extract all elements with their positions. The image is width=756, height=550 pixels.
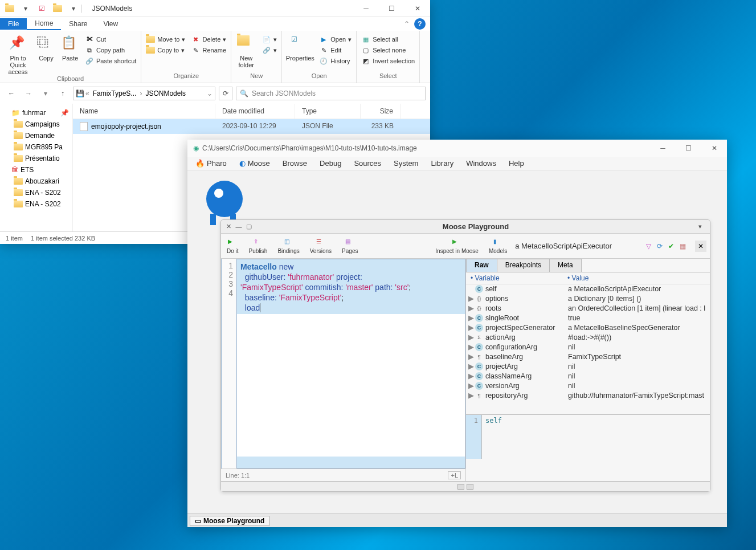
variable-row[interactable]: ▶{}optionsa Dictionary [0 items] () <box>466 294 710 303</box>
menu-moose[interactable]: ◐Moose <box>239 159 270 168</box>
maximize-button[interactable]: ☐ <box>379 0 404 17</box>
taskbar-item[interactable]: ▭ Moose Playground <box>190 516 269 526</box>
nav-back-button[interactable]: ← <box>5 87 18 100</box>
tab-raw[interactable]: Raw <box>466 259 497 272</box>
refresh-button[interactable]: ⟳ <box>219 87 232 100</box>
funnel-icon[interactable]: ▽ <box>646 242 651 250</box>
ph-maximize-button[interactable]: ☐ <box>676 140 701 157</box>
menu-debug[interactable]: Debug <box>320 159 341 168</box>
pg-max-icon[interactable]: ▢ <box>245 223 253 231</box>
col-type[interactable]: Type <box>295 104 361 119</box>
properties-button[interactable]: ☑ Properties <box>284 33 316 62</box>
menu-browse[interactable]: Browse <box>283 159 307 168</box>
tab-view[interactable]: View <box>95 18 126 30</box>
chevron-down-icon[interactable]: ⌄ <box>207 89 213 97</box>
minimize-button[interactable]: ─ <box>353 0 379 17</box>
pasteshortcut-button[interactable]: 🔗Paste shortcut <box>83 56 138 66</box>
versions-button[interactable]: ☰Versions <box>308 237 334 255</box>
variable-row[interactable]: ▶ΣactionArg#load:->#(#()) <box>466 332 710 342</box>
breadcrumb[interactable]: 💾 « FamixTypeS... › JSONModels ⌄ <box>73 87 215 100</box>
variable-row[interactable]: ▶CsingleRoottrue <box>466 313 710 323</box>
moveto-button[interactable]: Move to ▾ <box>144 34 187 44</box>
variable-row[interactable]: ▶CclassNameArgnil <box>466 371 710 381</box>
sidebar-item[interactable]: 🏛 ETS <box>0 164 72 176</box>
copyto-button[interactable]: Copy to ▾ <box>144 45 187 55</box>
pin-quickaccess-button[interactable]: 📌 Pin to Quick access <box>2 33 34 75</box>
page-2[interactable] <box>467 484 473 490</box>
page-1[interactable] <box>457 484 464 490</box>
newitem-button[interactable]: 📄▾ <box>260 34 279 44</box>
cut-button[interactable]: ✀Cut <box>83 34 138 44</box>
sidebar-item[interactable]: Campaigns <box>0 119 72 130</box>
qat-newfolder-icon[interactable] <box>51 2 64 15</box>
selectall-button[interactable]: ▦Select all <box>359 34 417 44</box>
addline-button[interactable]: +L <box>448 471 461 479</box>
help-icon[interactable]: ? <box>414 18 426 30</box>
col-value[interactable]: • Value <box>563 272 710 284</box>
variable-row[interactable]: ▶¶repositoryArggithub://fuhrmanator/Fami… <box>466 390 710 400</box>
inspect-button[interactable]: ▶Inspect in Moose <box>433 237 481 255</box>
variable-row[interactable]: ▶CversionArgnil <box>466 381 710 390</box>
doit-button[interactable]: ▶Do it <box>224 237 241 255</box>
close-button[interactable]: ✕ <box>404 0 430 17</box>
self-editor[interactable]: 1 self <box>466 414 710 459</box>
qat-dropdown2-icon[interactable]: ▾ <box>67 2 80 15</box>
qat-properties-icon[interactable]: ☑ <box>35 2 48 15</box>
menu-sources[interactable]: Sources <box>354 159 381 168</box>
newfolder-button[interactable]: New folder <box>234 33 259 68</box>
pages-button[interactable]: ▤Pages <box>340 237 360 255</box>
col-size[interactable]: Size <box>361 104 401 119</box>
models-button[interactable]: ▮Models <box>487 237 509 255</box>
variable-row[interactable]: Cselfa MetacelloScriptApiExecutor <box>466 284 710 294</box>
nav-forward-button[interactable]: → <box>22 87 35 100</box>
tab-file[interactable]: File <box>0 18 27 30</box>
tab-breakpoints[interactable]: Breakpoints <box>497 259 550 272</box>
open-button[interactable]: ▶Open ▾ <box>317 34 354 44</box>
selectnone-button[interactable]: ▢Select none <box>359 45 417 55</box>
tab-home[interactable]: Home <box>27 18 61 30</box>
pg-menu-icon[interactable]: ▾ <box>696 223 704 231</box>
publish-button[interactable]: ⇧Publish <box>247 237 270 255</box>
menu-library[interactable]: Library <box>431 159 453 168</box>
sidebar-item[interactable]: Présentatio <box>0 153 72 164</box>
variable-row[interactable]: ▶¶baselineArgFamixTypeScript <box>466 352 710 361</box>
col-date[interactable]: Date modified <box>215 104 295 119</box>
menu-help[interactable]: Help <box>509 159 524 168</box>
bindings-button[interactable]: ◫Bindings <box>275 237 301 255</box>
menu-windows[interactable]: Windows <box>466 159 496 168</box>
invertsel-button[interactable]: ◩Invert selection <box>359 56 417 66</box>
copy-button[interactable]: ⿻ Copy <box>35 33 58 62</box>
collapse-ribbon-icon[interactable]: ⌃ <box>404 20 410 28</box>
easyaccess-button[interactable]: 🔗▾ <box>260 45 279 55</box>
history-button[interactable]: 🕘History <box>317 56 354 66</box>
code-editor[interactable]: 1234 Metacello new githubUser: 'fuhrmana… <box>221 259 465 468</box>
variable-row[interactable]: ▶{}rootsan OrderedCollection [1 item] (l… <box>466 303 710 313</box>
sidebar-item[interactable]: ENA - S202 <box>0 198 72 210</box>
menu-system[interactable]: System <box>394 159 418 168</box>
variable-row[interactable]: ▶CprojectSpecGeneratora MetacelloBaselin… <box>466 323 710 332</box>
edit-button[interactable]: ✎Edit <box>317 45 354 55</box>
variable-list[interactable]: Cselfa MetacelloScriptApiExecutor▶{}opti… <box>466 284 710 414</box>
nav-recent-button[interactable]: ▾ <box>39 87 52 100</box>
variable-row[interactable]: ▶CconfigurationArgnil <box>466 342 710 352</box>
refresh-icon[interactable]: ⟳ <box>657 242 663 250</box>
ph-minimize-button[interactable]: ─ <box>650 140 676 157</box>
sidebar-item[interactable]: 📁 fuhrmar 📌 <box>0 107 72 119</box>
ph-close-button[interactable]: ✕ <box>701 140 727 157</box>
qat-dropdown-icon[interactable]: ▾ <box>19 2 32 15</box>
check-icon[interactable]: ✔ <box>668 242 674 250</box>
sidebar-item[interactable]: ENA - S202 <box>0 187 72 198</box>
sidebar-item[interactable]: Abouzakari <box>0 176 72 187</box>
nav-up-button[interactable]: ↑ <box>56 87 70 100</box>
rename-button[interactable]: ✎Rename <box>189 45 228 55</box>
menu-pharo[interactable]: 🔥Pharo <box>195 159 227 168</box>
sidebar-item[interactable]: MGR895 Pa <box>0 141 72 153</box>
search-input[interactable]: 🔍 Search JSONModels <box>236 87 426 100</box>
variable-row[interactable]: ▶CprojectArgnil <box>466 361 710 371</box>
pg-close-icon[interactable]: ✕ <box>224 223 232 231</box>
sidebar-item[interactable]: Demande <box>0 130 72 141</box>
tab-meta[interactable]: Meta <box>549 259 582 272</box>
tab-share[interactable]: Share <box>61 18 95 30</box>
col-variable[interactable]: • Variable <box>466 272 563 284</box>
col-name[interactable]: Name <box>73 104 215 119</box>
